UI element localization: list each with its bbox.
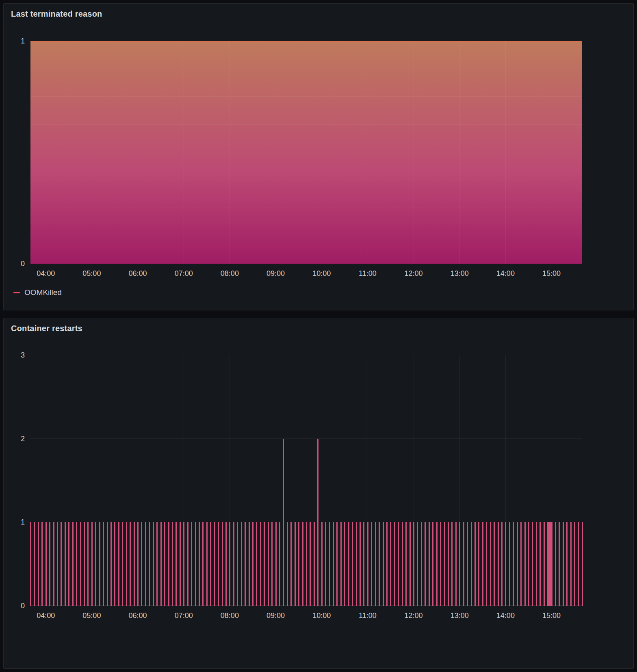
restart-bar [360,522,361,606]
restart-bar [91,522,93,606]
oomkilled-series-line [30,41,582,42]
restart-bar [202,522,204,606]
grid-line-vertical [276,41,276,264]
grid-line-vertical [46,41,46,264]
oomkilled-area-fill [30,41,582,264]
area-chart-canvas[interactable]: 04:0005:0006:0007:0008:0009:0010:0011:00… [30,41,582,264]
restart-bar [367,522,368,606]
restart-bar [164,522,165,606]
restart-bar [210,522,211,606]
restart-bar [260,522,261,606]
restart-bar [356,522,357,606]
x-axis-tick-label: 06:00 [129,269,147,278]
restart-bar [582,522,583,606]
restart-bar [279,522,280,606]
restart-bar [130,522,131,606]
restart-bar [233,522,234,606]
restart-bar [505,522,506,606]
restart-bar [306,522,307,606]
panel-container-restarts: Container restarts 04:0005:0006:0007:000… [3,318,634,669]
restart-bar [107,522,108,606]
restart-bar [566,522,568,606]
restart-bar [425,522,426,606]
y-axis-tick-label: 0 [7,602,25,610]
restart-bar [87,522,89,606]
restart-bar [402,522,403,606]
legend-label-oomkilled[interactable]: OOMKilled [24,288,62,297]
restart-bar [110,522,112,606]
restart-bar [57,522,58,606]
x-axis-tick-label: 15:00 [542,611,561,620]
grid-line-horizontal [30,69,582,69]
restart-bar [386,522,388,606]
restart-bar [550,522,552,606]
restart-bar [494,522,495,606]
restart-bar [482,522,483,606]
restart-bar [271,522,273,606]
x-axis-tick-label: 14:00 [496,269,515,278]
x-axis-tick-label: 09:00 [266,269,285,278]
restart-bar [134,522,135,606]
restart-bar [84,522,85,606]
restart-bar [38,522,39,606]
restart-bar [555,522,556,606]
restart-bar [413,522,414,606]
restart-bar [321,522,323,606]
restart-bar [474,522,476,606]
restart-bar [379,522,380,606]
restart-bar [394,522,395,606]
restart-bar [455,522,457,606]
grid-line-vertical [505,41,506,264]
x-axis-tick-label: 06:00 [129,611,147,620]
restart-bar [225,522,227,606]
panel-title-container-restarts[interactable]: Container restarts [11,324,82,333]
restart-bar [429,522,430,606]
restart-bar [76,522,77,606]
grid-line-vertical [138,41,138,264]
grid-line-vertical [552,41,552,264]
restart-bar [241,522,242,606]
y-axis-tick-label: 1 [7,518,25,527]
restart-bar [137,522,139,606]
grid-line-vertical [184,41,184,264]
restart-bar [310,522,311,606]
restart-bar [509,522,510,606]
panel-title-last-terminated-reason[interactable]: Last terminated reason [11,9,102,19]
x-axis-tick-label: 04:00 [37,611,55,620]
grid-line-vertical [92,41,92,264]
x-axis-tick-label: 05:00 [82,611,101,620]
bar-chart-canvas[interactable]: 04:0005:0006:0007:0008:0009:0010:0011:00… [30,355,582,606]
restart-bar [183,522,184,606]
restart-bar [34,522,35,606]
restart-bar [559,522,560,606]
grid-line-vertical [322,41,322,264]
restart-bar [544,522,545,606]
grid-line-horizontal [30,96,582,97]
restart-bar [46,522,47,606]
restart-bar [314,522,315,606]
x-axis-tick-label: 04:00 [37,269,55,278]
restart-bar [256,522,257,606]
x-axis-tick-label: 08:00 [221,269,239,278]
restart-bar [363,522,364,606]
restart-bar [191,522,192,606]
restart-bar [340,522,342,606]
restart-bar [570,522,572,606]
restart-bar [141,522,142,606]
restart-bar [325,522,326,606]
restart-bar [383,522,384,606]
grid-line-horizontal [30,152,582,152]
legend-swatch-oomkilled [13,292,20,293]
restart-bar [229,522,230,606]
restart-bar [524,522,526,606]
restart-bar [249,522,250,606]
restart-bar [448,522,449,606]
restart-bar [329,522,330,606]
restart-bar [156,522,158,606]
restart-bar [302,522,303,606]
grid-line-horizontal [30,180,582,180]
restart-bar [264,522,265,606]
restart-bar [103,522,104,606]
restart-bar [149,522,150,606]
grid-line-horizontal [30,208,582,208]
